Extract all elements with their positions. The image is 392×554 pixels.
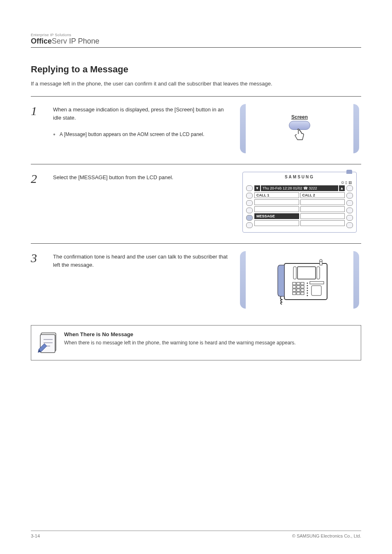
step-1-number: 1: [31, 104, 45, 118]
header-brand: OfficeServ IP Phone: [31, 37, 361, 46]
hand-press-icon: [293, 127, 307, 141]
svg-rect-1: [297, 267, 316, 279]
brand-bold: Office: [31, 37, 52, 45]
arrow-down-icon: ▼: [254, 185, 260, 191]
lcd-side-button: [346, 185, 353, 191]
svg-rect-14: [301, 289, 304, 291]
page-footer: 3-14 © SAMSUNG Electronics Co., Ltd.: [31, 531, 361, 538]
lcd-cell-empty: [300, 199, 345, 205]
svg-point-23: [307, 292, 308, 293]
note-content: When There is No Message When there is n…: [64, 331, 354, 346]
screen-button-label: Screen: [289, 114, 310, 120]
svg-rect-18: [311, 286, 321, 295]
lcd-datebar: ▼ Thu 20-Feb 12:28 01/02 ☎ 3222 ▲: [254, 185, 345, 191]
svg-rect-15: [293, 292, 296, 295]
lcd-side-button: [246, 185, 253, 191]
note-text: When there is no message left in the pho…: [64, 339, 354, 346]
lcd-side-button: [346, 193, 353, 199]
lcd-cell-empty: [254, 206, 299, 212]
section-desc: If a message left in the phone, the user…: [31, 80, 361, 88]
lcd-cell-empty: [300, 220, 345, 226]
step-3-instruction: The confirmation tone is heard and the u…: [53, 254, 228, 268]
brand-suffix: IP Phone: [67, 37, 99, 45]
lcd-cell-empty: [254, 199, 299, 205]
page-number: 3-14: [31, 533, 40, 538]
lcd-row-5: [254, 220, 345, 226]
lcd-status-icons: ⊙ ▯ ▥: [246, 180, 352, 185]
note-box: When There is No Message When there is n…: [31, 325, 361, 360]
svg-point-21: [307, 287, 308, 289]
step-2-number: 2: [31, 172, 45, 186]
lcd-left-buttons: [246, 185, 253, 228]
step-3: 3 The confirmation tone is heard and the…: [31, 243, 361, 319]
step-1-bullet-text: A [Message] button appears on the AOM sc…: [60, 131, 204, 138]
bullet-dot-icon: ●: [53, 131, 55, 138]
lcd-side-button: [346, 208, 353, 213]
lcd-side-button: [246, 222, 253, 228]
step-1-text: When a message indication is displayed, …: [53, 104, 230, 139]
svg-point-22: [307, 290, 308, 291]
copyright: © SAMSUNG Electronics Co., Ltd.: [292, 533, 361, 538]
lcd-panel: SAMSUNG ⊙ ▯ ▥ ▼ Thu 20-Feb 12:28 01/02 ☎…: [242, 172, 357, 233]
svg-rect-13: [297, 289, 300, 291]
step-3-illustration: [238, 251, 361, 309]
header-tagline: Enterprise IP Solutions: [31, 33, 361, 37]
lcd-side-button: [346, 215, 353, 221]
lcd-cell-call1: CALL 1: [254, 192, 299, 198]
note-icon: [38, 331, 58, 354]
lcd-cell-empty: [300, 213, 345, 219]
svg-rect-25: [310, 282, 324, 284]
svg-point-5: [320, 259, 322, 262]
lcd-cell-call2: CALL 2: [300, 192, 345, 198]
illus-frame: Screen: [240, 104, 359, 153]
svg-rect-6: [293, 282, 296, 285]
step-2-text: Select the [MESSAGE] button from the LCD…: [53, 172, 230, 182]
svg-point-24: [307, 295, 308, 296]
svg-rect-16: [297, 292, 300, 295]
lcd-tab-icon: [346, 170, 352, 174]
screen-button-graphic: Screen: [289, 114, 310, 143]
lcd-row-2: [254, 199, 345, 205]
svg-rect-11: [301, 286, 304, 288]
brand-light: Serv: [52, 37, 67, 45]
step-2: 2 Select the [MESSAGE] button from the L…: [31, 164, 361, 243]
lcd-side-button: [346, 200, 353, 206]
step-1-instruction: When a message indication is displayed, …: [53, 106, 224, 121]
arrow-up-icon: ▲: [339, 185, 345, 191]
svg-rect-3: [317, 267, 320, 279]
lcd-cell-message: MESSAGE: [254, 213, 299, 219]
svg-rect-2: [293, 267, 296, 279]
lcd-side-button: [346, 222, 353, 228]
illus-frame: [240, 251, 359, 309]
lcd-right-buttons: [346, 185, 353, 228]
section-title: Replying to a Message: [31, 64, 361, 75]
lcd-row-1: CALL 1 CALL 2: [254, 192, 345, 198]
step-3-number: 3: [31, 251, 45, 265]
svg-rect-9: [293, 286, 296, 288]
step-1-illustration: Screen: [238, 104, 361, 153]
lcd-brand-label: SAMSUNG: [246, 175, 353, 179]
svg-rect-7: [297, 282, 300, 285]
step-1: 1 When a message indication is displayed…: [31, 96, 361, 164]
step-2-illustration: SAMSUNG ⊙ ▯ ▥ ▼ Thu 20-Feb 12:28 01/02 ☎…: [238, 172, 361, 233]
note-title: When There is No Message: [64, 331, 354, 337]
svg-point-20: [307, 285, 308, 286]
svg-rect-8: [301, 282, 304, 285]
lcd-cell-empty: [300, 206, 345, 212]
lcd-row-3: [254, 206, 345, 212]
svg-rect-17: [301, 292, 304, 295]
lcd-datetime: Thu 20-Feb 12:28 01/02 ☎ 3222: [261, 185, 338, 191]
lcd-side-button: [246, 193, 253, 199]
lcd-cell-empty: [254, 220, 299, 226]
lcd-side-button-active: [246, 215, 253, 221]
lcd-side-button: [246, 208, 253, 213]
step-1-bullet: ● A [Message] button appears on the AOM …: [53, 131, 230, 138]
lcd-body: ▼ Thu 20-Feb 12:28 01/02 ☎ 3222 ▲ CALL 1…: [246, 185, 353, 228]
lcd-grid: ▼ Thu 20-Feb 12:28 01/02 ☎ 3222 ▲ CALL 1…: [254, 185, 345, 228]
lcd-row-4: MESSAGE: [254, 213, 345, 219]
phone-device-icon: [269, 255, 330, 305]
svg-rect-12: [293, 289, 296, 291]
step-2-instruction: Select the [MESSAGE] button from the LCD…: [53, 174, 173, 180]
svg-rect-10: [297, 286, 300, 288]
page-header: Enterprise IP Solutions OfficeServ IP Ph…: [31, 33, 361, 48]
